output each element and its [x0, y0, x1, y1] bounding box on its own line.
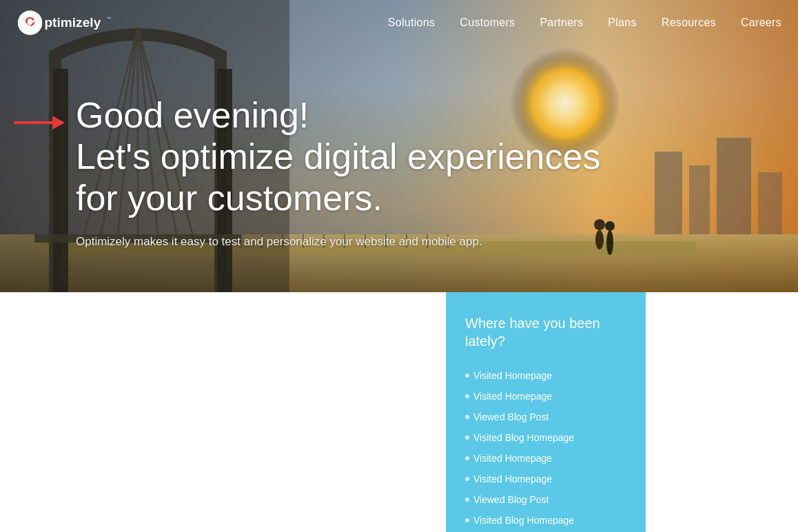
- below-hero-section: Where have you been lately? Visited Home…: [0, 292, 798, 532]
- svg-point-28: [605, 221, 615, 231]
- personalization-card: Where have you been lately? Visited Home…: [446, 292, 646, 532]
- svg-rect-22: [689, 165, 710, 234]
- card-title: Where have you been lately?: [465, 314, 626, 350]
- svg-rect-23: [717, 138, 751, 234]
- svg-text:™: ™: [107, 16, 111, 21]
- nav-item-partners[interactable]: Partners: [540, 17, 583, 29]
- bullet-icon: [465, 394, 469, 398]
- nav-links: Solutions Customers Partners Plans Resou…: [388, 17, 781, 29]
- hero-subtitle: Optimizely makes it easy to test and per…: [76, 233, 544, 251]
- svg-text:ptimizely: ptimizely: [44, 15, 101, 30]
- hero-title: Good evening! Let's optimize digital exp…: [76, 95, 600, 218]
- list-item[interactable]: Visited Homepage: [465, 448, 626, 469]
- nav-item-solutions[interactable]: Solutions: [388, 17, 436, 29]
- nav-item-resources[interactable]: Resources: [662, 17, 716, 29]
- arrow-line: [14, 121, 52, 124]
- list-item[interactable]: Visited Homepage: [465, 386, 626, 407]
- list-item[interactable]: Visited Blog Homepage: [465, 427, 626, 448]
- bullet-icon: [465, 498, 469, 502]
- arrow-head: [52, 116, 65, 130]
- bullet-icon: [465, 477, 469, 481]
- bullet-icon: [465, 518, 469, 522]
- svg-rect-21: [655, 152, 682, 234]
- nav-item-plans[interactable]: Plans: [608, 17, 637, 29]
- card-activity-list: Visited Homepage Visited Homepage Viewed…: [465, 365, 626, 531]
- bullet-icon: [465, 456, 469, 460]
- bullet-icon: [465, 374, 469, 378]
- right-spacer: [646, 292, 798, 532]
- logo[interactable]: O ptimizely ™: [17, 9, 113, 37]
- svg-point-27: [606, 230, 613, 255]
- nav-item-careers[interactable]: Careers: [741, 17, 781, 29]
- hero-content: Good evening! Let's optimize digital exp…: [76, 95, 600, 251]
- bullet-icon: [465, 415, 469, 419]
- bullet-icon: [465, 436, 469, 440]
- nav-item-customers[interactable]: Customers: [460, 17, 515, 29]
- svg-rect-24: [758, 172, 782, 234]
- list-item[interactable]: Viewed Blog Post: [465, 489, 626, 510]
- list-item[interactable]: Visited Homepage: [465, 469, 626, 489]
- list-item[interactable]: Visited Homepage: [465, 365, 626, 386]
- main-nav: O ptimizely ™ Solutions Customers Partne…: [0, 0, 798, 45]
- hero-arrow: [14, 116, 65, 130]
- list-item[interactable]: Visited Blog Homepage: [465, 510, 626, 531]
- left-spacer: [0, 292, 152, 532]
- list-item[interactable]: Viewed Blog Post: [465, 407, 626, 427]
